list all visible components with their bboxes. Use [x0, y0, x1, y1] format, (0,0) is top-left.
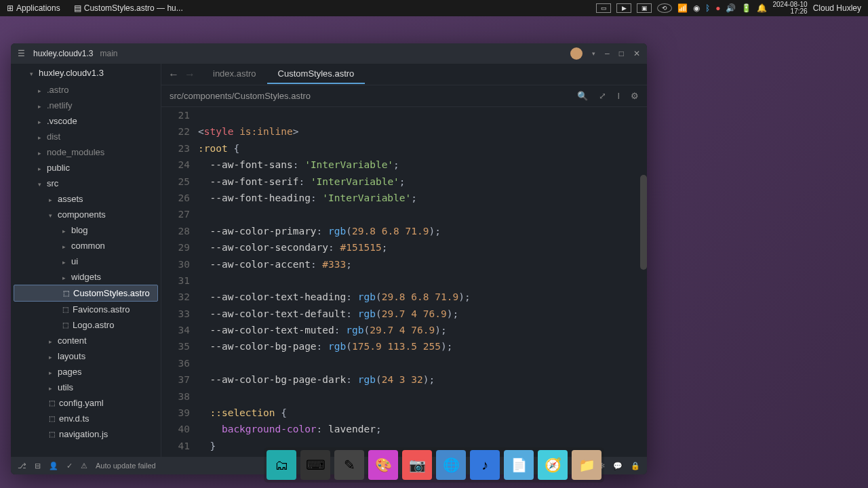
folder-item[interactable]: ui [11, 253, 161, 269]
status-git-icon[interactable]: ⎇ [18, 462, 26, 470]
dock-app-files[interactable]: 🗂 [267, 450, 296, 480]
status-tree-icon[interactable]: ⊟ [35, 462, 41, 470]
user-name[interactable]: Cloud Huxley [813, 3, 861, 13]
dock-app-editor[interactable]: ✎ [334, 450, 364, 480]
code-line[interactable] [198, 209, 647, 225]
volume-icon[interactable]: 🔊 [726, 3, 736, 13]
folder-item[interactable]: layouts [11, 348, 161, 364]
dock-app-terminal[interactable]: ⌨ [300, 450, 330, 480]
tray-record-icon[interactable]: ⟲ [657, 3, 672, 13]
folder-item[interactable]: assets [11, 191, 161, 207]
code-line[interactable] [198, 110, 647, 126]
folder-item[interactable]: .astro [11, 82, 161, 98]
editor-tab[interactable]: CustomStyles.astro [267, 64, 366, 84]
dock-app-text[interactable]: 📄 [504, 450, 534, 480]
avatar[interactable] [570, 47, 583, 60]
folder-item[interactable]: utils [11, 380, 161, 395]
nav-back-icon[interactable]: ← [168, 68, 179, 81]
code-line[interactable]: --aw-color-primary: rgb(29.8 6.8 71.9); [198, 226, 647, 242]
code-line[interactable]: --aw-font-sans: 'InterVariable'; [198, 159, 647, 176]
file-tree[interactable]: huxley.cloudv1.3 .astro.netlify.vscodedi… [11, 64, 161, 457]
code-line[interactable] [198, 391, 647, 407]
taskbar-window-tab[interactable]: ▤ CustomStyles.astro — hu... [70, 2, 187, 14]
code-content[interactable]: <style is:inline>:root { --aw-font-sans:… [198, 107, 647, 457]
status-message[interactable]: Auto update failed [96, 462, 156, 470]
dock-app-photos[interactable]: 📷 [402, 450, 432, 480]
folder-item[interactable]: dist [11, 129, 161, 144]
cursor-icon[interactable]: I [617, 91, 620, 101]
file-item[interactable]: ⬚config.yaml [11, 395, 161, 411]
maximize-button[interactable]: □ [619, 49, 624, 58]
folder-item[interactable]: blog [11, 222, 161, 238]
editor-tab[interactable]: index.astro [202, 64, 267, 84]
bluetooth-icon[interactable]: ᛒ [705, 3, 710, 13]
settings-icon[interactable]: ⚙ [631, 91, 639, 101]
folder-item[interactable]: common [11, 238, 161, 253]
nav-forward-icon[interactable]: → [184, 68, 195, 81]
file-item[interactable]: ⬚env.d.ts [11, 411, 161, 426]
tree-root[interactable]: huxley.cloudv1.3 [11, 64, 161, 82]
dock-app-music[interactable]: ♪ [470, 450, 500, 480]
tray-display-icon[interactable]: ▭ [596, 3, 611, 13]
folder-item[interactable]: widgets [11, 269, 161, 285]
status-people-icon[interactable]: 👤 [49, 462, 58, 470]
folder-item[interactable]: .netlify [11, 98, 161, 113]
code-line[interactable]: --aw-color-accent: #333; [198, 259, 647, 275]
code-line[interactable]: --aw-color-text-default: rgb(29.7 4 76.9… [198, 308, 647, 325]
titlebar[interactable]: ☰ huxley.cloudv1.3 main ▾ – □ ✕ [11, 43, 647, 64]
tray-screen-icon[interactable]: ▣ [637, 3, 652, 13]
code-line[interactable]: --aw-color-bg-page: rgb(175.9 113.5 255)… [198, 341, 647, 357]
folder-item[interactable]: .vscode [11, 113, 161, 129]
applications-menu[interactable]: ⊞ Applications [3, 2, 64, 14]
search-icon[interactable]: 🔍 [577, 91, 588, 101]
folder-item[interactable]: node_modules [11, 144, 161, 160]
code-line[interactable]: --aw-font-heading: 'InterVariable'; [198, 192, 647, 209]
dock-app-folder[interactable]: 📁 [572, 450, 601, 480]
code-line[interactable]: background-color: lavender; [198, 424, 647, 440]
close-button[interactable]: ✕ [633, 49, 640, 58]
folder-item[interactable]: public [11, 160, 161, 176]
code-line[interactable] [198, 358, 647, 374]
code-line[interactable]: --aw-color-text-heading: rgb(29.8 6.8 71… [198, 291, 647, 308]
hamburger-icon[interactable]: ☰ [18, 49, 25, 58]
code-line[interactable] [198, 275, 647, 291]
code-editor[interactable]: 2122232425262728293031323334353637383940… [161, 107, 647, 457]
avatar-chevron-icon[interactable]: ▾ [592, 50, 595, 57]
code-line[interactable]: --aw-color-secondary: #151515; [198, 242, 647, 258]
breadcrumb[interactable]: src/components/CustomStyles.astro [170, 91, 311, 101]
vertical-scrollbar[interactable] [640, 175, 647, 270]
code-line[interactable]: :root { [198, 143, 647, 159]
code-line[interactable]: --aw-color-bg-page-dark: rgb(24 3 32); [198, 374, 647, 390]
clock[interactable]: 2024-08-10 17:26 [772, 1, 807, 15]
file-icon: ⬚ [62, 321, 68, 329]
status-chat-icon[interactable]: 💬 [613, 462, 623, 470]
folder-item[interactable]: src [11, 176, 161, 191]
status-check-icon[interactable]: ✓ [66, 462, 73, 470]
dock-app-earth[interactable]: 🌐 [436, 450, 466, 480]
expand-icon[interactable]: ⤢ [599, 91, 606, 101]
tray-terminal-icon[interactable]: ▶ [616, 3, 631, 13]
code-line[interactable]: --aw-font-serif: 'InterVariable'; [198, 176, 647, 192]
minimize-button[interactable]: – [605, 49, 610, 58]
code-line[interactable]: <style is:inline> [198, 126, 647, 142]
folder-item[interactable]: components [11, 207, 161, 222]
folder-item[interactable]: pages [11, 364, 161, 380]
dock-app-color[interactable]: 🎨 [368, 450, 398, 480]
mic-indicator-icon[interactable]: ● [715, 3, 720, 13]
tree-item-label: config.yaml [59, 398, 104, 408]
obs-icon[interactable]: ◉ [693, 3, 700, 13]
branch-name[interactable]: main [100, 49, 118, 58]
file-item[interactable]: ⬚CustomStyles.astro [14, 285, 158, 302]
file-item[interactable]: ⬚Favicons.astro [11, 302, 161, 317]
battery-icon[interactable]: 🔋 [741, 3, 751, 13]
wifi-icon[interactable]: 📶 [677, 3, 688, 13]
tree-item-label: public [47, 163, 70, 173]
code-line[interactable]: ::selection { [198, 407, 647, 424]
file-item[interactable]: ⬚Logo.astro [11, 317, 161, 333]
file-item[interactable]: ⬚navigation.js [11, 426, 161, 442]
code-line[interactable]: --aw-color-text-muted: rgb(29.7 4 76.9); [198, 325, 647, 341]
dock-app-web[interactable]: 🧭 [538, 450, 568, 480]
folder-item[interactable]: content [11, 333, 161, 348]
notification-icon[interactable]: 🔔 [757, 3, 767, 13]
status-lock-icon[interactable]: 🔒 [631, 462, 640, 470]
